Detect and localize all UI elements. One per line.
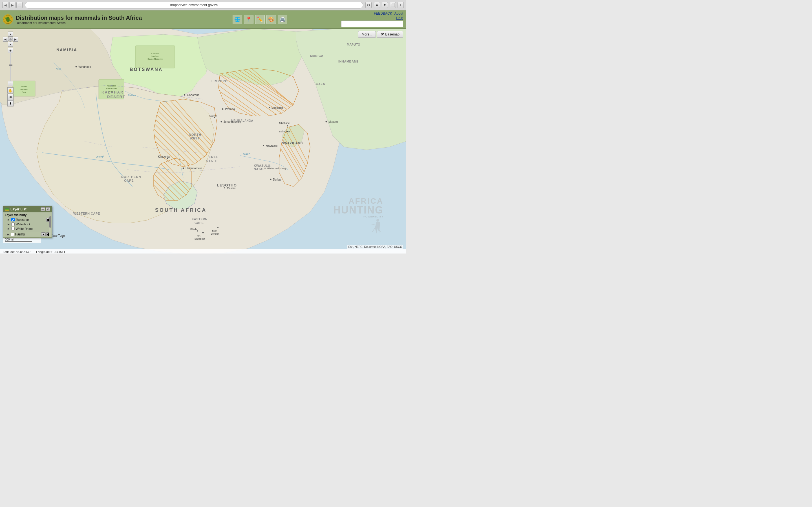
search-box[interactable] xyxy=(341,20,403,27)
svg-point-123 xyxy=(376,219,379,222)
svg-text:Lobamba: Lobamba xyxy=(279,130,290,133)
farms-row[interactable]: ▶ Farms xyxy=(4,232,27,237)
svg-text:Bloemfontein: Bloemfontein xyxy=(186,167,202,170)
svg-text:Namib: Namib xyxy=(21,86,27,88)
layer-list-minimize-button[interactable]: — xyxy=(41,207,45,211)
layer-list-close-button[interactable]: ✕ xyxy=(46,207,50,211)
farms-label: Farms xyxy=(15,232,25,236)
svg-text:DESERT: DESERT xyxy=(107,95,125,99)
expand-waterbuck-icon[interactable]: ▶ xyxy=(8,223,10,226)
svg-text:Molopo: Molopo xyxy=(128,94,136,96)
nav-buttons: ◀ ▶ ⬜ xyxy=(2,2,22,8)
layer-list-scrollbar[interactable] xyxy=(49,216,51,237)
hunter-silhouette xyxy=(369,218,384,238)
layer-item-white-rhino[interactable]: ▶ White Rhino xyxy=(3,226,35,231)
svg-text:East: East xyxy=(212,229,217,232)
map-container[interactable]: Central Kalahari Game Reserve Kgalagadi … xyxy=(0,29,406,253)
svg-text:MANICA: MANICA xyxy=(310,54,323,57)
svg-text:MAPUTO: MAPUTO xyxy=(347,43,360,46)
back-button[interactable]: ◀ xyxy=(2,2,8,8)
pan-right-button[interactable]: ▶ xyxy=(13,37,18,42)
white-rhino-checkbox[interactable] xyxy=(11,227,15,230)
svg-text:Central: Central xyxy=(151,52,159,55)
basemap-icon: 🗺 xyxy=(380,33,384,36)
pan-center-button[interactable]: ⊙ xyxy=(8,37,13,42)
search-input[interactable] xyxy=(342,21,403,26)
latitude-display: Latitude:-35.853439 xyxy=(3,250,31,253)
basemap-button[interactable]: 🗺 Basemap xyxy=(377,31,403,38)
reload-button[interactable]: ↻ xyxy=(365,2,371,8)
maximize-button[interactable]: ⬜ xyxy=(16,2,22,8)
expand-farms-icon[interactable]: ▶ xyxy=(7,233,9,236)
help-link[interactable]: Help xyxy=(396,16,403,20)
waterbuck-checkbox[interactable] xyxy=(11,223,15,226)
tsessebe-label: Tsessebe xyxy=(16,218,29,221)
toolbar-icon-color[interactable]: 🎨 xyxy=(266,15,276,24)
pan-hand-button[interactable]: ✋ xyxy=(7,87,13,94)
layer-list-controls: — ✕ xyxy=(41,207,50,211)
layer-list-title-text: Layer List xyxy=(10,207,27,211)
layer-scroll-down-button[interactable]: ▼ xyxy=(41,232,46,236)
svg-text:FREE: FREE xyxy=(209,155,219,159)
layer-scrollbar-thumb[interactable] xyxy=(49,216,51,228)
add-tab-button[interactable]: + xyxy=(398,2,404,8)
zoom-in-button[interactable]: + xyxy=(8,48,13,53)
white-rhino-label: White Rhino xyxy=(16,227,33,230)
zoom-slider-track[interactable] xyxy=(10,53,11,81)
toolbar-icon-pin[interactable]: 📍 xyxy=(244,15,253,24)
svg-text:INHAMBANE: INHAMBANE xyxy=(338,60,359,63)
info-button[interactable]: ℹ xyxy=(7,100,13,107)
svg-text:Pretoria: Pretoria xyxy=(225,108,235,111)
toolbar-icon-draw[interactable]: ✏️ xyxy=(255,15,265,24)
svg-text:Game Reserve: Game Reserve xyxy=(147,58,163,60)
svg-point-102 xyxy=(326,121,327,122)
svg-text:GAZA: GAZA xyxy=(316,82,325,86)
svg-point-91 xyxy=(183,168,184,169)
share-button[interactable]: ⬆ xyxy=(382,2,388,8)
scale-line-mi xyxy=(5,241,32,242)
more-label: More... xyxy=(362,33,372,36)
zoom-out-button[interactable]: − xyxy=(8,81,13,86)
address-bar[interactable]: mapservice.environment.gov.za xyxy=(25,2,363,8)
svg-text:Naukluft: Naukluft xyxy=(20,89,28,91)
pan-left-button[interactable]: ◀ xyxy=(3,37,8,42)
svg-text:Port: Port xyxy=(196,234,200,237)
svg-text:Transfrontier: Transfrontier xyxy=(106,88,117,90)
toolbar-icon-print[interactable]: 🖨️ xyxy=(278,15,287,24)
svg-text:Soweto: Soweto xyxy=(209,115,217,117)
expand-tsessebe-icon[interactable]: ▶ xyxy=(8,218,10,221)
basemap-label: Basemap xyxy=(385,33,400,36)
expand-white-rhino-icon[interactable]: ▶ xyxy=(8,227,10,230)
svg-point-85 xyxy=(222,108,223,110)
pan-down-button[interactable]: ▼ xyxy=(8,42,13,47)
svg-text:Maseru: Maseru xyxy=(227,187,236,189)
svg-text:Johannesburg: Johannesburg xyxy=(223,120,241,123)
farms-checkbox[interactable] xyxy=(11,233,14,236)
toolbar-icon-map[interactable]: 🌐 xyxy=(233,15,242,24)
layer-item-tsessebe[interactable]: ▶ Tsessebe xyxy=(3,217,31,222)
feedback-link[interactable]: FEEDBACK xyxy=(374,11,392,15)
layer-visibility-label: Layer Visibility xyxy=(3,212,52,217)
zoom-slider-thumb[interactable] xyxy=(9,64,12,66)
svg-text:Maputo: Maputo xyxy=(328,120,338,123)
svg-point-81 xyxy=(75,66,77,68)
svg-point-108 xyxy=(269,107,270,108)
about-link[interactable]: About xyxy=(395,11,403,15)
waterbuck-label: Waterbuck xyxy=(16,223,31,226)
svg-rect-126 xyxy=(5,209,9,210)
hand-tools: ✋ ⊕ ℹ xyxy=(7,87,13,107)
app-header: Distribution maps for mammals in South A… xyxy=(0,10,406,29)
app-logo xyxy=(3,14,13,24)
forward-button[interactable]: ▶ xyxy=(9,2,15,8)
download-button[interactable]: ⬇ xyxy=(374,2,380,8)
zoom-area-button[interactable]: ⊕ xyxy=(7,94,13,100)
pan-up-button[interactable]: ▲ xyxy=(8,32,13,37)
tsessebe-checkbox[interactable] xyxy=(11,218,15,221)
svg-point-97 xyxy=(202,232,204,233)
more-button[interactable]: More... xyxy=(358,31,376,38)
pan-empty-bl xyxy=(3,42,8,47)
layer-item-waterbuck[interactable]: ▶ Waterbuck xyxy=(3,222,32,226)
svg-point-3 xyxy=(8,20,11,21)
new-tab-button[interactable]: ⬜ xyxy=(390,2,396,8)
page-subtitle: Department of Environmental Affairs xyxy=(16,21,179,24)
